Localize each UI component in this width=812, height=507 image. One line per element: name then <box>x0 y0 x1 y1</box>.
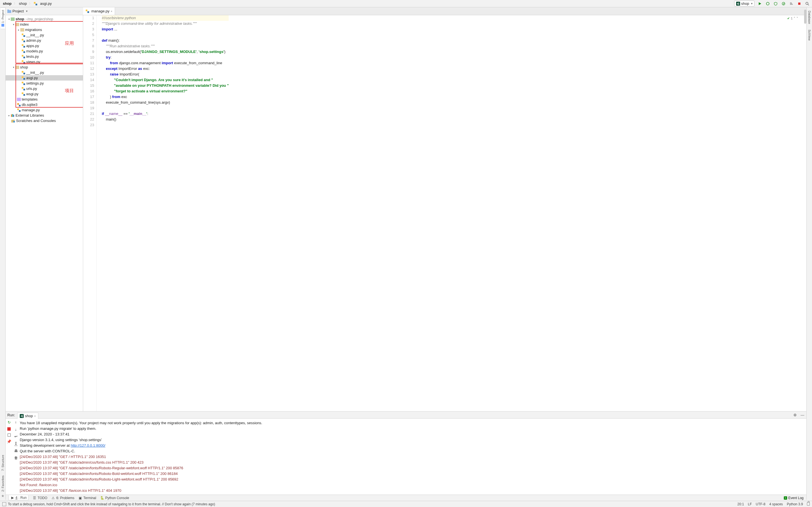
svg-rect-11 <box>7 10 11 13</box>
module-folder-icon <box>11 17 15 21</box>
project-tree[interactable]: ▾shop~/my_project/shop ▾index ▸migration… <box>6 15 83 244</box>
editor[interactable]: 123578910111213141516171819212223 #!/usr… <box>83 15 392 244</box>
tree-folder-shop-label: shop <box>20 65 28 69</box>
close-tab-icon[interactable]: × <box>110 10 112 13</box>
tree-scratches[interactable]: Scratches and Consoles <box>6 118 83 123</box>
python-file-icon <box>34 2 38 6</box>
editor-area: manage.py × ✔1 ˄ ˅ 123578910111213141516… <box>83 7 392 244</box>
svg-rect-12 <box>7 10 9 10</box>
editor-tab-label: manage.py <box>91 9 109 13</box>
package-folder-icon <box>15 23 19 26</box>
line-number-gutter[interactable]: 123578910111213141516171819212223 <box>83 15 97 244</box>
package-folder-icon <box>15 66 19 69</box>
python-file-icon <box>21 87 26 91</box>
top-breadcrumb-bar: shop 〉 shop 〉 asgi.py dj shop ▼ <box>0 0 392 7</box>
project-view-label[interactable]: Project <box>12 9 24 13</box>
tree-file[interactable]: tests.py <box>6 54 83 59</box>
tree-folder-shop[interactable]: ▾shop <box>6 64 83 70</box>
tree-file[interactable]: __init__.py <box>6 70 83 75</box>
tree-root[interactable]: ▾shop~/my_project/shop <box>6 16 83 22</box>
package-folder-icon <box>20 28 24 32</box>
tree-file-db[interactable]: db.sqlite3 <box>6 102 83 107</box>
chevron-right-icon: 〉 <box>14 2 17 6</box>
tree-folder-index[interactable]: ▾index <box>6 22 83 27</box>
svg-rect-18 <box>11 114 12 117</box>
fold-gutter[interactable] <box>97 15 101 244</box>
tree-file[interactable]: models.py <box>6 48 83 54</box>
tree-file-manage[interactable]: manage.py <box>6 107 83 113</box>
python-file-icon <box>21 81 26 86</box>
annotation-label-app: 应用 <box>65 41 74 47</box>
folder-icon <box>17 98 21 101</box>
tree-folder-index-label: index <box>20 22 29 26</box>
breadcrumb[interactable]: shop 〉 shop 〉 asgi.py <box>2 1 52 6</box>
python-file-icon <box>21 60 26 64</box>
chevron-down-icon[interactable]: ▼ <box>26 10 28 13</box>
tab-project[interactable]: 1: Project <box>1 7 5 29</box>
python-file-icon <box>21 92 26 96</box>
tree-folder-migrations[interactable]: ▸migrations <box>6 27 83 33</box>
tree-external-libraries[interactable]: ▸External Libraries <box>6 113 83 118</box>
crumb-package[interactable]: shop <box>18 1 28 6</box>
scratches-icon <box>11 119 15 122</box>
libraries-icon <box>11 114 15 117</box>
python-file-icon <box>21 39 26 43</box>
left-tool-strip: 1: Project 7: Structure 2: Favorites ★ <box>0 7 6 244</box>
code-content[interactable]: #!/usr/bin/env python"""Django's command… <box>101 15 229 244</box>
svg-point-22 <box>13 121 15 122</box>
tree-root-path: ~/my_project/shop <box>26 17 53 21</box>
db-file-icon <box>17 103 21 107</box>
python-file-icon <box>21 76 26 80</box>
editor-tab-manage[interactable]: manage.py × <box>83 7 115 15</box>
tree-file[interactable]: settings.py <box>6 80 83 86</box>
python-file-icon <box>21 33 26 37</box>
annotation-label-project: 项目 <box>65 88 74 94</box>
crumb-root[interactable]: shop <box>2 1 12 6</box>
tab-project-label: 1: Project <box>1 10 4 23</box>
svg-rect-19 <box>12 114 13 117</box>
python-file-icon <box>21 55 26 59</box>
chevron-right-icon: 〉 <box>29 2 32 6</box>
python-file-icon <box>21 49 26 53</box>
tree-file-asgi[interactable]: asgi.py <box>6 75 83 80</box>
python-file-icon <box>21 44 26 48</box>
editor-tabs: manage.py × <box>83 7 392 15</box>
tree-root-name: shop <box>15 17 24 21</box>
tree-file[interactable]: views.py <box>6 59 83 64</box>
svg-rect-20 <box>13 115 14 117</box>
crumb-file[interactable]: asgi.py <box>40 1 52 6</box>
tree-file[interactable]: __init__.py <box>6 33 83 38</box>
tree-folder-templates[interactable]: templates <box>6 97 83 102</box>
python-file-icon <box>21 71 26 75</box>
module-icon <box>7 10 11 13</box>
python-file-icon <box>17 108 21 112</box>
python-file-icon <box>86 9 89 13</box>
